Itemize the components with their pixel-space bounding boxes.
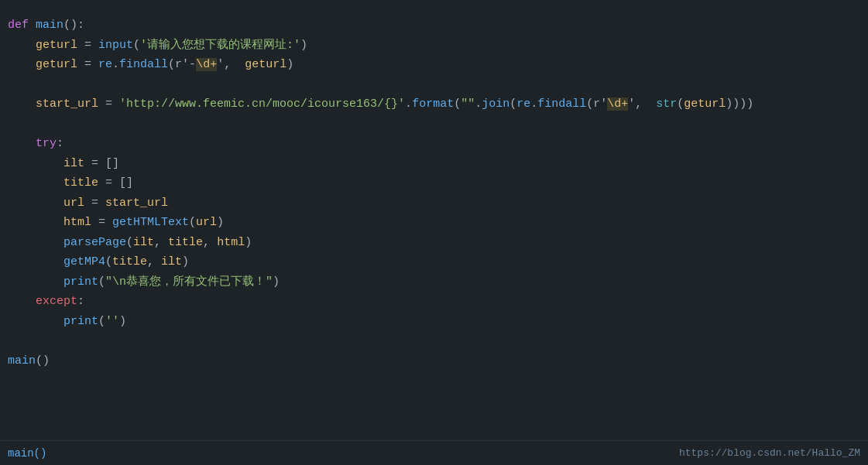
arg-url: url [196,216,217,229]
arg-geturl: geturl [245,58,286,71]
code-line-9: title = [] [8,173,860,193]
bottom-bar: main() https://blog.csdn.net/Hallo_ZM [0,440,868,465]
func-findall2: findall [537,97,586,111]
func-print2: print [63,315,98,328]
regex-d: \d+ [196,58,217,71]
code-line-12: parsePage(ilt, title, html) [8,233,860,253]
code-line-1: def main(): [8,15,860,36]
code-line-15: except: [8,292,860,312]
arg-ilt: ilt [133,236,154,249]
code-editor: def main(): geturl = input('请输入您想下载的课程网址… [0,0,868,465]
string-empty: "" [461,97,475,111]
footer-left: main() [8,447,46,460]
func-getMP4: getMP4 [63,255,105,268]
arg-geturl2: geturl [684,97,726,111]
string-url-template: 'http://www.feemic.cn/mooc/icourse163/{}… [119,97,405,111]
module-re2: re [516,97,530,111]
arg-ilt2: ilt [161,255,182,268]
var-html: html [63,216,91,229]
code-line-2: geturl = input('请输入您想下载的课程网址:') [8,36,860,56]
string-empty2: '' [105,315,119,328]
var-geturl: geturl [36,39,77,52]
code-line-6 [8,115,860,135]
var-ilt: ilt [63,157,84,170]
keyword-except: except [36,295,77,308]
func-str: str [656,97,677,111]
func-findall: findall [119,58,168,71]
func-input: input [98,39,133,52]
var-geturl2: geturl [36,58,77,71]
func-getHTMLText: getHTMLText [112,216,189,229]
regex-d2: \d+ [607,97,628,111]
code-line-7: try: [8,134,860,154]
code-line-18: main() [8,351,860,371]
arg-title2: title [112,255,147,268]
string-congrats: "\n恭喜您，所有文件已下载！" [105,275,273,289]
code-line-14: print("\n恭喜您，所有文件已下载！") [8,272,860,292]
code-line-5: start_url = 'http://www.feemic.cn/mooc/i… [8,94,860,115]
func-main-call: main [8,354,36,368]
arg-html: html [217,236,245,249]
code-line-11: html = getHTMLText(url) [8,213,860,233]
func-parsePage: parsePage [63,236,126,249]
var-start-url: start_url [36,97,98,111]
keyword-try: try [36,137,57,150]
var-url: url [63,197,84,210]
string-prompt: '请输入您想下载的课程网址:' [140,39,300,52]
func-print1: print [63,275,98,289]
footer-right: https://blog.csdn.net/Hallo_ZM [679,447,860,459]
code-line-8: ilt = [] [8,154,860,174]
code-line-10: url = start_url [8,193,860,214]
func-format: format [412,97,454,111]
module-re: re [98,58,112,71]
func-join: join [482,97,509,111]
code-line-4 [8,75,860,95]
code-line-13: getMP4(title, ilt) [8,252,860,272]
code-line-3: geturl = re.findall(r'-\d+', geturl) [8,55,860,75]
var-title: title [63,176,98,190]
keyword-def: def [8,19,29,32]
var-start-url2: start_url [105,197,168,210]
arg-title: title [168,236,203,249]
code-line-17 [8,331,860,351]
func-name-main: main [36,19,63,32]
code-line-16: print('') [8,312,860,332]
